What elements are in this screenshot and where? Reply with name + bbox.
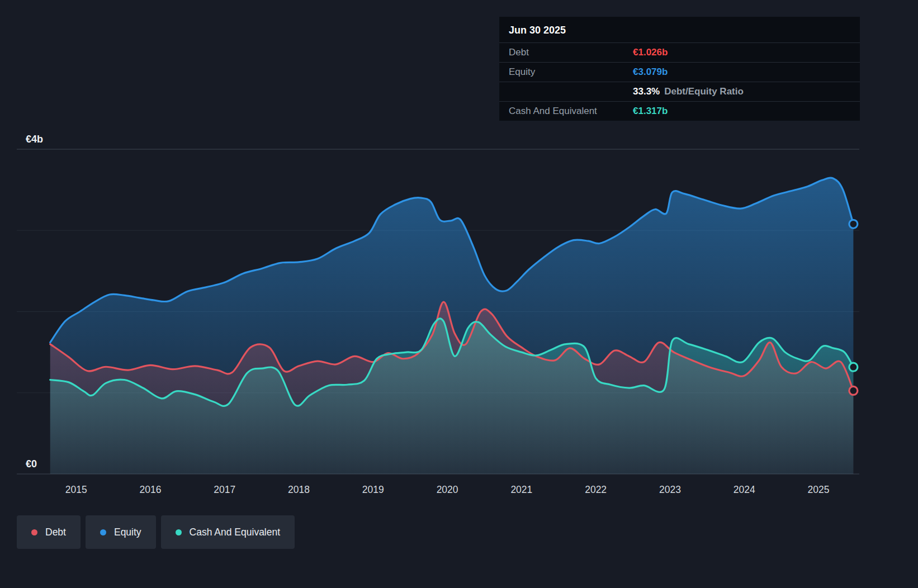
tooltip-date: Jun 30 2025 [499, 17, 860, 43]
x-axis-tick-label: 2016 [140, 484, 162, 495]
tooltip-row-equity: Equity €3.079b [499, 63, 860, 82]
tooltip-row-debt: Debt €1.026b [499, 43, 860, 63]
tooltip-cash-value: €1.317b [633, 106, 668, 117]
x-axis-tick-label: 2023 [659, 484, 681, 495]
equity-end-marker[interactable] [849, 220, 858, 228]
chart-tooltip: Jun 30 2025 Debt €1.026b Equity €3.079b … [499, 17, 860, 121]
debt-end-marker[interactable] [849, 386, 858, 395]
x-axis-tick-label: 2017 [214, 484, 235, 495]
x-axis-tick-label: 2024 [734, 484, 755, 495]
legend-item-label: Cash And Equivalent [190, 527, 280, 538]
legend-item-equity[interactable]: Equity [86, 515, 156, 549]
legend-item-label: Debt [45, 527, 66, 538]
y-axis-label: €4b [26, 134, 43, 145]
x-axis-tick-label: 2019 [362, 484, 384, 495]
legend-item-cash[interactable]: Cash And Equivalent [161, 515, 295, 549]
tooltip-ratio-value: 33.3% [633, 86, 660, 97]
tooltip-equity-label: Equity [509, 67, 633, 78]
tooltip-ratio-label: Debt/Equity Ratio [664, 86, 744, 97]
legend-item-label: Equity [114, 527, 141, 538]
y-axis-label: €0 [26, 458, 37, 470]
tooltip-debt-value: €1.026b [633, 47, 668, 58]
x-axis-tick-label: 2020 [437, 484, 458, 495]
tooltip-cash-label: Cash And Equivalent [509, 106, 633, 117]
x-axis-tick-label: 2018 [288, 484, 310, 495]
tooltip-equity-value: €3.079b [633, 67, 668, 78]
cash-and-equivalent-end-marker[interactable] [849, 363, 858, 371]
cash-legend-dot [176, 529, 182, 535]
x-axis-tick-label: 2015 [65, 484, 87, 495]
page-background: €4b€020152016201720182019202020212022202… [0, 0, 918, 588]
x-axis-tick-label: 2022 [585, 484, 607, 495]
equity-legend-dot [100, 529, 106, 535]
tooltip-debt-label: Debt [509, 47, 633, 58]
tooltip-row-cash: Cash And Equivalent €1.317b [499, 102, 860, 121]
tooltip-row-ratio: 33.3%Debt/Equity Ratio [499, 82, 860, 102]
x-axis-tick-label: 2021 [510, 484, 532, 495]
debt-legend-dot [31, 529, 37, 535]
legend-item-debt[interactable]: Debt [17, 515, 81, 549]
x-axis-tick-label: 2025 [808, 484, 830, 495]
legend: Debt Equity Cash And Equivalent [17, 515, 295, 549]
